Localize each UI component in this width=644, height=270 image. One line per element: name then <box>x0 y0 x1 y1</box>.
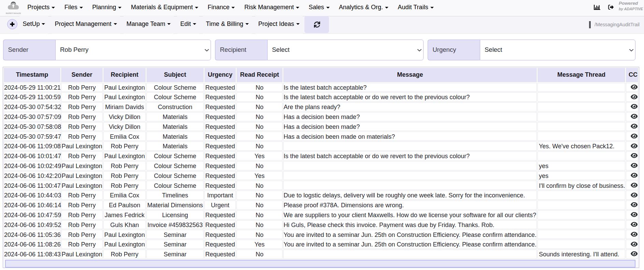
svg-text:PROPERTY MANAGER: PROPERTY MANAGER <box>6 12 21 15</box>
